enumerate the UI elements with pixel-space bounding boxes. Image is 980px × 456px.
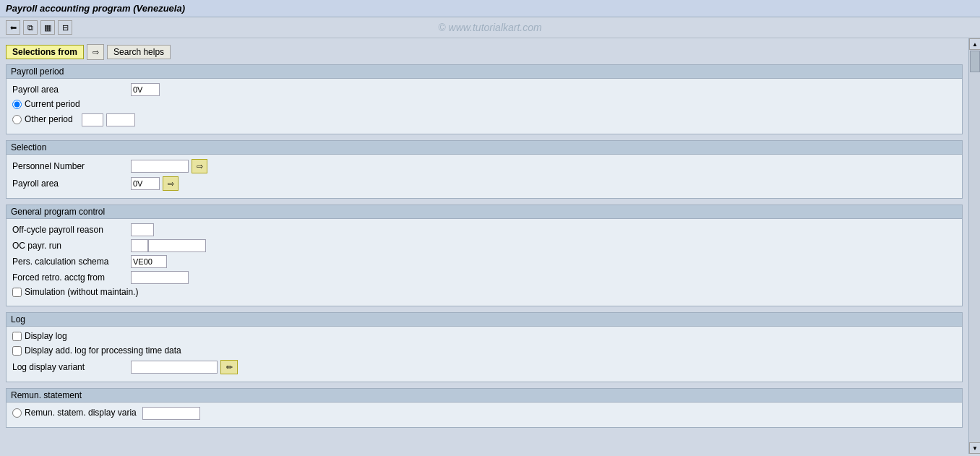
log-display-variant-edit-button[interactable]: ✏ [220, 360, 238, 374]
main-content: Selections from ⇨ Search helps Payroll p… [0, 38, 980, 454]
selection-payroll-area-match-button[interactable]: ⇨ [163, 176, 179, 191]
payroll-period-body: Payroll area Current period Other period [7, 79, 962, 134]
other-period-radio-label[interactable]: Other period [12, 114, 73, 124]
current-period-label: Current period [25, 99, 80, 109]
simulation-row: Simulation (without maintain.) [12, 287, 956, 298]
payroll-period-header: Payroll period [7, 65, 962, 79]
remun-statement-section: Remun. statement Remun. statem. display … [6, 388, 963, 428]
scroll-up-button[interactable]: ▲ [969, 38, 980, 50]
oc-payr-label: OC payr. run [12, 241, 128, 251]
general-program-control-body: Off-cycle payroll reason OC payr. run Pe… [7, 219, 962, 306]
selection-payroll-area-label: Payroll area [12, 178, 128, 189]
forced-retro-label: Forced retro. acctg from [12, 272, 128, 283]
oc-payr-input1[interactable] [131, 239, 148, 252]
pers-calc-input[interactable] [131, 255, 167, 268]
selection-payroll-area-row: Payroll area ⇨ [12, 176, 956, 191]
simulation-checkbox-label[interactable]: Simulation (without maintain.) [12, 287, 138, 297]
simulation-checkbox[interactable] [12, 288, 22, 297]
display-log-label[interactable]: Display log [12, 331, 67, 341]
log-header: Log [7, 313, 962, 327]
forced-retro-input[interactable] [131, 271, 189, 284]
log-display-variant-row: Log display variant ✏ [12, 360, 956, 374]
action-row: Selections from ⇨ Search helps [0, 41, 968, 63]
current-period-row: Current period [12, 99, 956, 111]
selection-payroll-area-input[interactable] [131, 177, 160, 190]
forced-retro-row: Forced retro. acctg from [12, 271, 956, 284]
display-add-log-text: Display add. log for processing time dat… [25, 345, 181, 356]
payroll-area-input[interactable] [131, 83, 160, 96]
scroll-down-button[interactable]: ▼ [969, 442, 980, 454]
general-program-control-header: General program control [7, 205, 962, 219]
watermark: © www.tutorialkart.com [438, 22, 541, 33]
scroll-track [969, 50, 980, 442]
off-cycle-input[interactable] [131, 223, 154, 236]
other-period-label: Other period [25, 114, 73, 124]
pers-calc-label: Pers. calculation schema [12, 257, 128, 267]
personnel-number-input[interactable] [131, 160, 189, 173]
scroll-thumb[interactable] [970, 51, 980, 72]
remun-statem-input[interactable] [142, 407, 200, 420]
log-body: Display log Display add. log for process… [7, 327, 962, 382]
remun-statem-label: Remun. statem. display varia [25, 408, 137, 418]
pers-calc-row: Pers. calculation schema [12, 255, 956, 268]
oc-payr-row: OC payr. run [12, 239, 956, 252]
personnel-number-row: Personnel Number ⇨ [12, 159, 956, 173]
other-period-input1[interactable] [82, 113, 103, 126]
remun-statement-body: Remun. statem. display varia [7, 403, 962, 427]
selections-from-button[interactable]: Selections from [6, 45, 84, 59]
off-cycle-label: Off-cycle payroll reason [12, 225, 128, 235]
other-period-radio[interactable] [12, 115, 22, 124]
selection-section: Selection Personnel Number ⇨ Payroll are… [6, 140, 963, 199]
oc-payr-input2[interactable] [148, 239, 206, 252]
display-log-text: Display log [25, 331, 67, 341]
display-log-row: Display log [12, 331, 956, 343]
oc-payr-inputs [131, 239, 206, 252]
display-add-log-checkbox[interactable] [12, 346, 22, 356]
other-period-input2[interactable] [106, 113, 135, 126]
current-period-radio-label[interactable]: Current period [12, 99, 80, 109]
display-add-log-label[interactable]: Display add. log for processing time dat… [12, 345, 181, 356]
remun-statement-header: Remun. statement [7, 389, 962, 403]
payroll-period-section: Payroll period Payroll area Current peri… [6, 64, 963, 134]
current-period-radio[interactable] [12, 100, 22, 109]
remun-statem-row: Remun. statem. display varia [12, 407, 956, 420]
back-icon[interactable]: ⬅ [6, 20, 20, 35]
save-icon[interactable]: ▦ [40, 20, 55, 35]
remun-statem-radio[interactable] [12, 408, 22, 418]
title-bar: Payroll accounting program (Venezuela) [0, 0, 980, 17]
scrollbar[interactable]: ▲ ▼ [968, 38, 980, 454]
display-add-log-row: Display add. log for processing time dat… [12, 345, 956, 357]
selection-body: Personnel Number ⇨ Payroll area ⇨ [7, 155, 962, 198]
page-title: Payroll accounting program (Venezuela) [6, 3, 185, 14]
search-helps-button[interactable]: Search helps [107, 45, 171, 59]
log-display-variant-input[interactable] [131, 361, 218, 374]
toolbar: ⬅ ⧉ ▦ ⊟ © www.tutorialkart.com [0, 17, 980, 38]
log-display-variant-label: Log display variant [12, 362, 128, 372]
payroll-area-row: Payroll area [12, 83, 956, 96]
log-section: Log Display log Display add. log for pro… [6, 312, 963, 382]
payroll-area-label: Payroll area [12, 85, 128, 95]
copy-icon[interactable]: ⧉ [23, 20, 38, 35]
selection-header: Selection [7, 141, 962, 155]
general-program-control-section: General program control Off-cycle payrol… [6, 205, 963, 306]
simulation-label: Simulation (without maintain.) [25, 287, 138, 297]
remun-statem-radio-label[interactable]: Remun. statem. display varia [12, 408, 137, 418]
arrow-icon[interactable]: ⇨ [87, 44, 104, 60]
print-icon[interactable]: ⊟ [58, 20, 72, 35]
content-area: Selections from ⇨ Search helps Payroll p… [0, 38, 968, 454]
display-log-checkbox[interactable] [12, 332, 22, 341]
other-period-row: Other period [12, 113, 956, 126]
personnel-number-label: Personnel Number [12, 161, 128, 171]
off-cycle-row: Off-cycle payroll reason [12, 223, 956, 236]
personnel-number-match-button[interactable]: ⇨ [192, 159, 207, 173]
